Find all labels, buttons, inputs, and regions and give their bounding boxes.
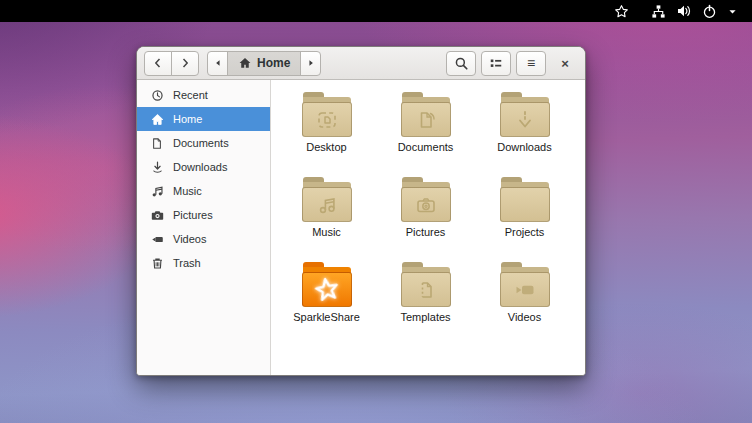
- path-next-button[interactable]: [300, 51, 321, 76]
- downloads-icon: [150, 160, 164, 174]
- search-button[interactable]: [446, 51, 476, 76]
- sidebar-item-label: Pictures: [173, 209, 213, 221]
- back-button[interactable]: [144, 51, 172, 76]
- favorites-star-icon[interactable]: [609, 0, 634, 22]
- view-toggle-button[interactable]: [481, 51, 511, 76]
- folder-icon: [500, 92, 550, 137]
- folder-icon: [500, 177, 550, 222]
- folder-label: Pictures: [406, 226, 446, 239]
- folder-icon: [302, 92, 352, 137]
- trash-icon: [150, 256, 164, 270]
- sidebar-item-label: Videos: [173, 233, 206, 245]
- folder-item-music[interactable]: Music: [277, 177, 376, 262]
- documents-emblem-icon: [414, 108, 438, 132]
- list-view-icon: [489, 56, 503, 70]
- desktop-screen: Home ≡ ×: [0, 0, 752, 423]
- sidebar-item-label: Downloads: [173, 161, 227, 173]
- music-icon: [150, 184, 164, 198]
- pictures-icon: [150, 208, 164, 222]
- close-icon: ×: [561, 56, 569, 71]
- folder-icon: [302, 177, 352, 222]
- folder-icon: [302, 262, 352, 307]
- magnifier-icon: [454, 56, 469, 71]
- star-emblem-icon: [312, 275, 342, 305]
- files-window: Home ≡ ×: [136, 46, 586, 376]
- nav-buttons: [144, 51, 199, 76]
- forward-button[interactable]: [171, 51, 199, 76]
- folder-item-projects[interactable]: Projects: [475, 177, 574, 262]
- sidebar-item-music[interactable]: Music: [137, 179, 270, 203]
- chevron-left-icon: [151, 56, 165, 70]
- desktop-emblem-icon: [315, 108, 339, 132]
- sidebar-item-videos[interactable]: Videos: [137, 227, 270, 251]
- pictures-emblem-icon: [414, 193, 438, 217]
- volume-icon[interactable]: [671, 0, 697, 22]
- folder-label: Desktop: [306, 141, 346, 154]
- sidebar: Recent Home Documents Downloads Music: [137, 80, 271, 375]
- folder-icon: [500, 262, 550, 307]
- music-emblem-icon: [315, 193, 339, 217]
- documents-icon: [150, 136, 164, 150]
- sidebar-item-trash[interactable]: Trash: [137, 251, 270, 275]
- sidebar-item-pictures[interactable]: Pictures: [137, 203, 270, 227]
- sidebar-item-label: Trash: [173, 257, 201, 269]
- folder-label: Music: [312, 226, 341, 239]
- path-previous-button[interactable]: [207, 51, 228, 76]
- triangle-left-icon: [213, 58, 223, 68]
- folder-item-desktop[interactable]: Desktop: [277, 92, 376, 177]
- folder-label: Downloads: [497, 141, 551, 154]
- folder-item-pictures[interactable]: Pictures: [376, 177, 475, 262]
- close-button[interactable]: ×: [552, 50, 578, 76]
- power-icon[interactable]: [697, 0, 722, 22]
- folder-label: Videos: [508, 311, 541, 324]
- folder-item-videos[interactable]: Videos: [475, 262, 574, 347]
- chevron-right-icon: [178, 56, 192, 70]
- home-icon: [150, 112, 164, 126]
- videos-emblem-icon: [513, 278, 537, 302]
- sidebar-item-label: Music: [173, 185, 202, 197]
- file-grid: Desktop Documents Downloads: [271, 80, 585, 375]
- sidebar-item-downloads[interactable]: Downloads: [137, 155, 270, 179]
- folder-item-sparkleshare[interactable]: SparkleShare: [277, 262, 376, 347]
- path-location-button[interactable]: Home: [227, 51, 301, 76]
- folder-item-templates[interactable]: Templates: [376, 262, 475, 347]
- templates-emblem-icon: [414, 278, 438, 302]
- sidebar-item-documents[interactable]: Documents: [137, 131, 270, 155]
- path-location-label: Home: [257, 56, 290, 70]
- home-icon: [238, 56, 252, 70]
- sidebar-item-label: Home: [173, 113, 202, 125]
- window-body: Recent Home Documents Downloads Music: [137, 80, 585, 375]
- sidebar-item-recent[interactable]: Recent: [137, 83, 270, 107]
- folder-item-downloads[interactable]: Downloads: [475, 92, 574, 177]
- sidebar-item-home[interactable]: Home: [137, 107, 270, 131]
- recent-icon: [150, 88, 164, 102]
- menu-button[interactable]: ≡: [516, 51, 546, 76]
- folder-icon: [401, 92, 451, 137]
- path-bar: Home: [207, 51, 321, 76]
- folder-label: SparkleShare: [293, 311, 360, 324]
- sidebar-item-label: Documents: [173, 137, 229, 149]
- videos-icon: [150, 232, 164, 246]
- sidebar-item-label: Recent: [173, 89, 208, 101]
- folder-label: Projects: [505, 226, 545, 239]
- folder-icon: [401, 177, 451, 222]
- downloads-emblem-icon: [513, 108, 537, 132]
- folder-icon: [401, 262, 451, 307]
- headerbar: Home ≡ ×: [137, 47, 585, 80]
- system-top-bar: [0, 0, 752, 22]
- hamburger-icon: ≡: [527, 56, 535, 70]
- network-icon[interactable]: [646, 0, 671, 22]
- chevron-down-icon[interactable]: [722, 0, 743, 22]
- folder-label: Templates: [400, 311, 450, 324]
- folder-label: Documents: [398, 141, 454, 154]
- triangle-right-icon: [306, 58, 316, 68]
- folder-item-documents[interactable]: Documents: [376, 92, 475, 177]
